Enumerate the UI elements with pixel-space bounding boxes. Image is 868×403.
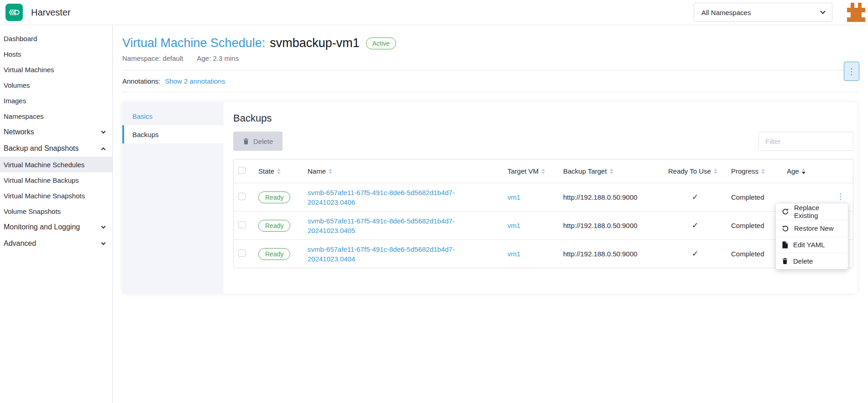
section-title: Backups (233, 112, 853, 124)
top-bar: Harvester All Namespaces (0, 0, 868, 25)
progress-value: Completed (731, 222, 764, 229)
sidebar-item-volumes[interactable]: Volumes (0, 77, 112, 93)
age-label: Age: 2.3 mins (197, 54, 239, 62)
column-header-backup-target[interactable]: Backup Target (559, 159, 664, 183)
replace-refresh-icon (782, 208, 789, 215)
user-avatar[interactable] (847, 3, 865, 22)
progress-value: Completed (731, 250, 764, 258)
main-content: Virtual Machine Schedule: svmbackup-vm1 … (113, 25, 868, 403)
harvester-logo-icon (5, 4, 23, 21)
sidebar-item-virtual-machine-schedules[interactable]: Virtual Machine Schedules (0, 157, 112, 172)
sidebar-item-virtual-machine-backups[interactable]: Virtual Machine Backups (0, 172, 112, 188)
sort-icon (277, 169, 281, 174)
sidebar-item-namespaces[interactable]: Namespaces (0, 108, 112, 124)
column-header-ready-to-use[interactable]: Ready To Use (664, 159, 727, 183)
namespace-selector[interactable]: All Namespaces (694, 3, 832, 22)
trash-icon (243, 138, 249, 145)
state-badge: Ready (258, 220, 290, 232)
target-vm-link[interactable]: vm1 (507, 193, 520, 201)
chevron-down-icon (820, 9, 825, 14)
status-badge: Active (366, 37, 396, 49)
sidebar-item-dashboard[interactable]: Dashboard (0, 31, 112, 46)
progress-value: Completed (731, 193, 764, 201)
check-icon: ✓ (692, 221, 698, 230)
table-row: Ready svmb-657afe11-67f5-491c-8de6-5d568… (234, 239, 853, 268)
sidebar-item-images[interactable]: Images (0, 93, 112, 108)
check-icon: ✓ (692, 249, 698, 258)
backup-name-link[interactable]: svmb-657afe11-67f5-491c-8de6-5d5682d1b4d… (308, 216, 498, 235)
column-header-name[interactable]: Name (303, 159, 503, 183)
tab-panel-backups: Backups Delete (224, 102, 857, 293)
sidebar: Dashboard Hosts Virtual Machines Volumes… (0, 25, 113, 403)
backup-target-value: http://192.188.0.50:9000 (563, 193, 638, 201)
sidebar-item-virtual-machine-snapshots[interactable]: Virtual Machine Snapshots (0, 188, 112, 203)
sort-icon-active-desc (802, 169, 805, 174)
sort-icon (541, 169, 545, 174)
menu-item-restore-new[interactable]: Restore New (776, 220, 848, 236)
sidebar-item-hosts[interactable]: Hosts (0, 46, 112, 62)
chevron-down-icon (101, 240, 106, 245)
backup-target-value: http://192.188.0.50:9000 (563, 222, 638, 229)
file-icon (782, 241, 788, 249)
trash-icon (782, 258, 788, 265)
menu-item-replace-existing[interactable]: Replace Existing (776, 203, 848, 220)
target-vm-link[interactable]: vm1 (507, 250, 520, 258)
sidebar-group-networks[interactable]: Networks (0, 124, 112, 140)
backup-target-value: http://192.188.0.50:9000 (563, 250, 638, 258)
sort-icon (329, 169, 332, 174)
menu-item-edit-yaml[interactable]: Edit YAML (776, 236, 848, 253)
column-header-target-vm[interactable]: Target VM (503, 159, 559, 183)
sidebar-item-volume-snapshots[interactable]: Volume Snapshots (0, 203, 112, 219)
row-actions-kebab-button[interactable]: ⋮ (837, 192, 844, 202)
backups-table: State Name Target VM Backup Target Ready… (233, 159, 853, 268)
kebab-icon: ⋮ (847, 66, 856, 77)
column-header-progress[interactable]: Progress (727, 159, 782, 183)
namespace-selector-value: All Namespaces (701, 9, 751, 16)
sort-icon (714, 169, 717, 174)
table-header-row: State Name Target VM Backup Target Ready… (234, 159, 853, 183)
sort-icon (610, 169, 613, 174)
tab-strip: Basics Backups (122, 102, 224, 293)
row-checkbox[interactable] (238, 221, 246, 228)
page-actions-kebab-button[interactable]: ⋮ (844, 62, 859, 81)
tab-basics[interactable]: Basics (122, 107, 224, 125)
sidebar-group-backup-and-snapshots[interactable]: Backup and Snapshots (0, 140, 112, 157)
row-checkbox[interactable] (238, 249, 246, 257)
divider (122, 92, 857, 92)
show-annotations-link[interactable]: Show 2 annotations (165, 77, 225, 85)
check-icon: ✓ (692, 193, 698, 202)
delete-button[interactable]: Delete (233, 132, 282, 151)
app-title: Harvester (31, 7, 71, 18)
row-actions-context-menu: Replace Existing Restore New Edit YAML D… (775, 203, 848, 270)
namespace-label: Namespace: default (122, 54, 183, 62)
sort-icon (761, 169, 765, 174)
state-badge: Ready (258, 248, 290, 260)
page-title: svmbackup-vm1 (270, 36, 360, 50)
tab-backups[interactable]: Backups (122, 125, 224, 143)
column-header-state[interactable]: State (254, 159, 303, 183)
chevron-down-icon (101, 129, 106, 133)
resource-type-link[interactable]: Virtual Machine Schedule: (122, 36, 265, 50)
select-all-checkbox[interactable] (238, 167, 246, 174)
chevron-up-icon (101, 147, 106, 152)
filter-input[interactable] (758, 132, 853, 151)
annotations-label: Annotations: (122, 77, 160, 85)
row-checkbox[interactable] (238, 193, 246, 200)
sidebar-group-advanced[interactable]: Advanced (0, 235, 112, 252)
chevron-down-icon (101, 224, 106, 228)
backup-name-link[interactable]: svmb-657afe11-67f5-491c-8de6-5d5682d1b4d… (308, 188, 498, 207)
menu-item-delete[interactable]: Delete (776, 253, 848, 269)
state-badge: Ready (258, 191, 290, 203)
table-row: Ready svmb-657afe11-67f5-491c-8de6-5d568… (234, 183, 853, 211)
detail-card: Basics Backups Backups Delete (122, 102, 857, 293)
backup-name-link[interactable]: svmb-657afe11-67f5-491c-8de6-5d5682d1b4d… (308, 244, 498, 264)
table-row: Ready svmb-657afe11-67f5-491c-8de6-5d568… (234, 211, 853, 239)
sidebar-group-monitoring-and-logging[interactable]: Monitoring and Logging (0, 219, 112, 235)
target-vm-link[interactable]: vm1 (507, 222, 520, 229)
column-header-age[interactable]: Age (782, 159, 853, 183)
sidebar-item-virtual-machines[interactable]: Virtual Machines (0, 62, 112, 77)
restore-icon (782, 225, 789, 232)
